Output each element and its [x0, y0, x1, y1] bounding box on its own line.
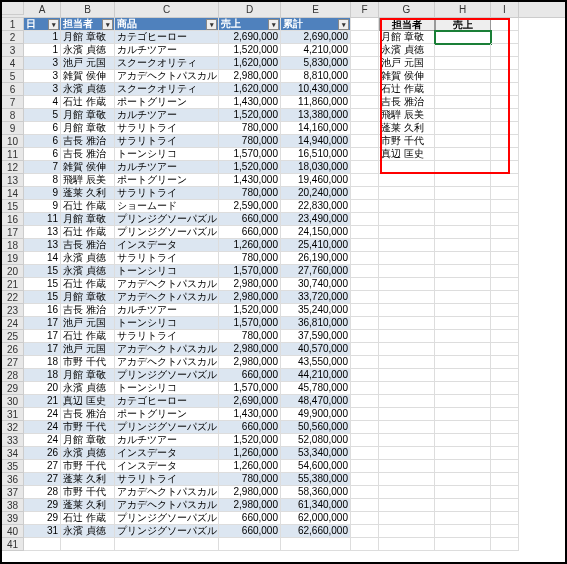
side-person[interactable]: [379, 226, 435, 239]
row-header[interactable]: 23: [2, 304, 24, 317]
cell-product[interactable]: ポートグリーン: [115, 96, 219, 109]
cell-product[interactable]: アカデヘクトパスカル: [115, 278, 219, 291]
cell-sales[interactable]: 1,430,000: [219, 174, 281, 187]
cell[interactable]: [491, 460, 519, 473]
row-header[interactable]: 13: [2, 174, 24, 187]
cell-total[interactable]: 22,830,000: [281, 200, 351, 213]
side-sales[interactable]: [435, 434, 491, 447]
side-person[interactable]: [379, 252, 435, 265]
cell-day[interactable]: 18: [24, 369, 61, 382]
cell[interactable]: [351, 70, 379, 83]
cell-total[interactable]: 50,560,000: [281, 421, 351, 434]
hdr-day[interactable]: 日▾: [24, 18, 61, 31]
side-sales[interactable]: [435, 486, 491, 499]
cell-product[interactable]: プリンジグソーパズル: [115, 213, 219, 226]
cell-sales[interactable]: 2,690,000: [219, 395, 281, 408]
cell-day[interactable]: 13: [24, 239, 61, 252]
cell-total[interactable]: 8,810,000: [281, 70, 351, 83]
cell[interactable]: [351, 135, 379, 148]
cell[interactable]: [351, 408, 379, 421]
cell[interactable]: [61, 538, 115, 551]
side-person[interactable]: [379, 265, 435, 278]
cell-day[interactable]: 6: [24, 135, 61, 148]
cell[interactable]: [351, 161, 379, 174]
col-H[interactable]: H: [435, 2, 491, 17]
cell-person[interactable]: 蓬莱 久利: [61, 473, 115, 486]
side-sales[interactable]: [435, 70, 491, 83]
cell-product[interactable]: プリンジグソーパズル: [115, 525, 219, 538]
cell[interactable]: [491, 330, 519, 343]
col-A[interactable]: A: [24, 2, 61, 17]
side-sales[interactable]: [435, 174, 491, 187]
col-E[interactable]: E: [281, 2, 351, 17]
cell[interactable]: [351, 460, 379, 473]
cell-day[interactable]: 3: [24, 70, 61, 83]
hdr-total[interactable]: 累計▾: [281, 18, 351, 31]
cell-total[interactable]: 14,160,000: [281, 122, 351, 135]
cell-sales[interactable]: 660,000: [219, 512, 281, 525]
cell-person[interactable]: 蓬莱 久利: [61, 187, 115, 200]
side-sales[interactable]: [435, 512, 491, 525]
side-sales[interactable]: [435, 57, 491, 70]
side-person[interactable]: 真辺 匡史: [379, 148, 435, 161]
cell-product[interactable]: カルチツアー: [115, 44, 219, 57]
side-sales[interactable]: [435, 226, 491, 239]
cell[interactable]: [491, 174, 519, 187]
cell[interactable]: [491, 421, 519, 434]
cell-total[interactable]: 2,690,000: [281, 31, 351, 44]
cell-total[interactable]: 55,380,000: [281, 473, 351, 486]
cell[interactable]: [491, 31, 519, 44]
cell[interactable]: [351, 382, 379, 395]
cell[interactable]: [491, 44, 519, 57]
side-person[interactable]: [379, 174, 435, 187]
cell[interactable]: [281, 538, 351, 551]
side-sales[interactable]: [435, 382, 491, 395]
cell-day[interactable]: 16: [24, 304, 61, 317]
cell[interactable]: [491, 486, 519, 499]
cell[interactable]: [491, 434, 519, 447]
cell[interactable]: [351, 499, 379, 512]
side-person[interactable]: [379, 317, 435, 330]
cell-total[interactable]: 16,510,000: [281, 148, 351, 161]
cell[interactable]: [351, 96, 379, 109]
row-header[interactable]: 40: [2, 525, 24, 538]
cell[interactable]: [491, 213, 519, 226]
side-person[interactable]: 蓬莱 久利: [379, 122, 435, 135]
cell-total[interactable]: 53,340,000: [281, 447, 351, 460]
cell[interactable]: [351, 31, 379, 44]
cell-sales[interactable]: 1,570,000: [219, 382, 281, 395]
cell-person[interactable]: 月館 章敬: [61, 122, 115, 135]
cell-sales[interactable]: 660,000: [219, 421, 281, 434]
cell-total[interactable]: 33,720,000: [281, 291, 351, 304]
side-person[interactable]: [379, 473, 435, 486]
side-person[interactable]: [379, 499, 435, 512]
cell-total[interactable]: 23,490,000: [281, 213, 351, 226]
cell-person[interactable]: 吉長 雅治: [61, 135, 115, 148]
cell[interactable]: [491, 109, 519, 122]
col-G[interactable]: G: [379, 2, 435, 17]
cell-person[interactable]: 月館 章敬: [61, 434, 115, 447]
cell-sales[interactable]: 1,260,000: [219, 239, 281, 252]
side-sales[interactable]: [435, 31, 491, 44]
cell-person[interactable]: 市野 千代: [61, 486, 115, 499]
cell-person[interactable]: 石辻 作蔵: [61, 512, 115, 525]
side-sales[interactable]: [435, 239, 491, 252]
cell[interactable]: [351, 343, 379, 356]
filter-dropdown-icon[interactable]: ▾: [102, 19, 113, 30]
row-header[interactable]: 24: [2, 317, 24, 330]
cell-day[interactable]: 13: [24, 226, 61, 239]
cell-product[interactable]: プリンジグソーパズル: [115, 369, 219, 382]
side-person[interactable]: [379, 187, 435, 200]
cell[interactable]: [351, 330, 379, 343]
side-person[interactable]: [379, 343, 435, 356]
cell-day[interactable]: 27: [24, 460, 61, 473]
cell-person[interactable]: 市野 千代: [61, 460, 115, 473]
cell[interactable]: [115, 538, 219, 551]
cell-product[interactable]: カルチツアー: [115, 304, 219, 317]
cell-total[interactable]: 5,830,000: [281, 57, 351, 70]
cell-product[interactable]: インスデータ: [115, 460, 219, 473]
cell[interactable]: [379, 538, 435, 551]
cell-day[interactable]: 11: [24, 213, 61, 226]
row-header[interactable]: 8: [2, 109, 24, 122]
cell[interactable]: [351, 421, 379, 434]
